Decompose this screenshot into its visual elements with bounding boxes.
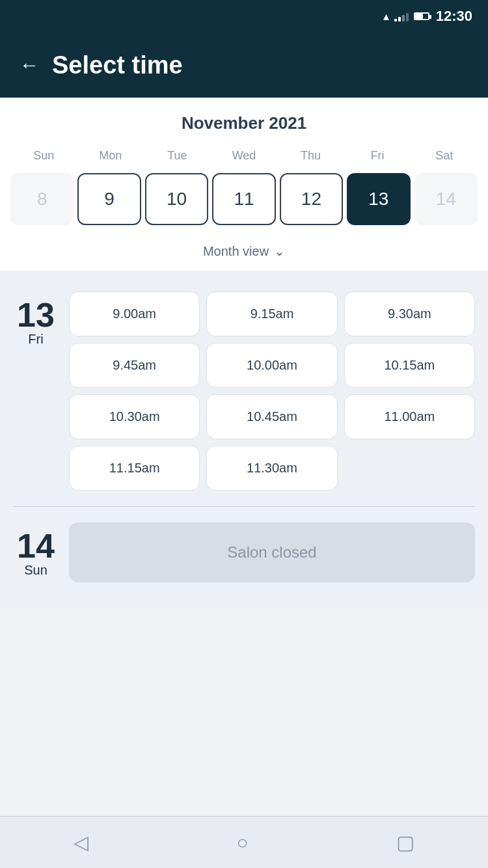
weekday-sat: Sat xyxy=(411,145,478,167)
page-title: Select time xyxy=(52,51,183,79)
day-label-13: 13 Fri xyxy=(13,292,59,491)
section-divider xyxy=(13,506,475,507)
time-slot-1115am[interactable]: 11.15am xyxy=(69,446,200,491)
status-icons: ▴ xyxy=(383,9,429,23)
time-slot-1000am[interactable]: 10.00am xyxy=(206,343,337,388)
day-section-14: 14 Sun Salon closed xyxy=(13,512,475,598)
date-cell-11[interactable]: 11 xyxy=(212,173,275,225)
time-slot-1130am[interactable]: 11.30am xyxy=(206,446,337,491)
date-cell-13[interactable]: 13 xyxy=(347,173,410,225)
week-days-row: Sun Mon Tue Wed Thu Fri Sat xyxy=(10,145,478,167)
time-slots-grid-13: 9.00am 9.15am 9.30am 9.45am 10.00am 10.1… xyxy=(69,292,475,491)
nav-home-button[interactable]: ○ xyxy=(236,832,248,854)
weekday-mon: Mon xyxy=(77,145,144,167)
time-slot-945am[interactable]: 9.45am xyxy=(69,343,200,388)
day-number-14: 14 xyxy=(17,529,55,563)
status-time: 12:30 xyxy=(436,8,472,25)
header: ← Select time xyxy=(0,33,488,98)
time-slot-1030am[interactable]: 10.30am xyxy=(69,394,200,439)
nav-recent-button[interactable]: ▢ xyxy=(396,831,414,854)
weekday-wed: Wed xyxy=(211,145,278,167)
calendar-section: November 2021 Sun Mon Tue Wed Thu Fri Sa… xyxy=(0,98,488,236)
time-slot-1045am[interactable]: 10.45am xyxy=(206,394,337,439)
weekday-tue: Tue xyxy=(144,145,211,167)
day-name-14: Sun xyxy=(24,563,47,578)
month-year-label: November 2021 xyxy=(10,113,478,133)
signal-icon xyxy=(394,11,409,21)
date-cell-12[interactable]: 12 xyxy=(280,173,343,225)
time-slot-930am[interactable]: 9.30am xyxy=(344,292,475,336)
date-cell-14[interactable]: 14 xyxy=(414,173,478,225)
schedule-area: 13 Fri 9.00am 9.15am 9.30am 9.45am 10.00… xyxy=(0,271,488,608)
time-slot-1015am[interactable]: 10.15am xyxy=(344,343,475,388)
battery-icon xyxy=(414,12,429,20)
status-bar: ▴ 12:30 xyxy=(0,0,488,33)
day-number-13: 13 xyxy=(17,298,55,332)
time-slot-915am[interactable]: 9.15am xyxy=(206,292,337,336)
weekday-thu: Thu xyxy=(277,145,344,167)
back-button[interactable]: ← xyxy=(20,54,39,76)
nav-back-button[interactable]: ◁ xyxy=(74,831,88,854)
month-view-toggle[interactable]: Month view ⌄ xyxy=(0,236,488,271)
month-view-label: Month view xyxy=(203,244,269,259)
date-cell-10[interactable]: 10 xyxy=(145,173,208,225)
day-label-14: 14 Sun xyxy=(13,522,59,578)
calendar-dates: 8 9 10 11 12 13 14 xyxy=(10,173,478,236)
wifi-icon: ▴ xyxy=(383,9,389,23)
salon-closed-box: Salon closed xyxy=(69,522,475,582)
date-cell-8[interactable]: 8 xyxy=(10,173,74,225)
time-slot-900am[interactable]: 9.00am xyxy=(69,292,200,336)
bottom-nav: ◁ ○ ▢ xyxy=(0,816,488,868)
time-slot-1100am[interactable]: 11.00am xyxy=(344,394,475,439)
chevron-down-icon: ⌄ xyxy=(274,243,285,259)
date-cell-9[interactable]: 9 xyxy=(77,173,141,225)
day-name-13: Fri xyxy=(28,332,43,347)
day-section-13: 13 Fri 9.00am 9.15am 9.30am 9.45am 10.00… xyxy=(13,281,475,501)
weekday-fri: Fri xyxy=(344,145,411,167)
weekday-sun: Sun xyxy=(10,145,77,167)
